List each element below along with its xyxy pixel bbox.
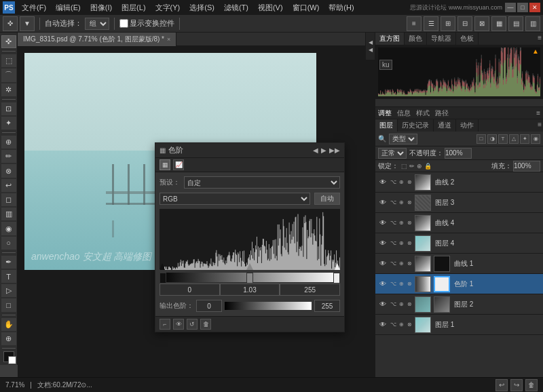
layer-link-layer3[interactable]: ⌥ — [390, 199, 396, 206]
pen-tool[interactable]: ✒ — [1, 256, 16, 269]
brush-tool[interactable]: ✏ — [1, 150, 16, 163]
prop-clip-button[interactable]: ⌐ — [160, 319, 170, 330]
minimize-button[interactable]: — — [505, 3, 516, 12]
maximize-button[interactable]: □ — [517, 3, 528, 12]
toolbar-icon-3[interactable]: ⊞ — [441, 16, 455, 31]
actions-tab[interactable]: 动作 — [456, 119, 479, 132]
input-black-value[interactable] — [160, 283, 220, 296]
document-tab[interactable]: IMG_8315.psd @ 7.71% (色阶 1, 图层蒙版/8) * × — [18, 33, 176, 46]
layer-mask-curve4[interactable]: ⊗ — [406, 220, 413, 227]
layer-row-layer3[interactable]: 👁 ⌥ ⊕ ⊗ 图层 3 — [375, 193, 543, 213]
layer-effect-layer4[interactable]: ⊕ — [398, 240, 405, 247]
status-trash[interactable]: 🗑 — [525, 379, 538, 391]
gradient-tool[interactable]: ▥ — [1, 208, 16, 220]
right-collapse-button[interactable]: ◀ ◀ — [365, 33, 375, 60]
layer-visibility-curve2[interactable]: 👁 — [378, 178, 388, 187]
auto-select-dropdown[interactable]: 组 — [85, 18, 109, 30]
text-tool[interactable]: T — [1, 270, 16, 283]
prop-delete-button[interactable]: 🗑 — [200, 319, 211, 330]
filter-shape[interactable]: △ — [509, 134, 519, 144]
filter-text[interactable]: T — [498, 134, 508, 144]
shape-tool[interactable]: □ — [1, 298, 16, 311]
layers-tab[interactable]: 图层 — [375, 119, 398, 132]
layer-thumb-layer3[interactable] — [415, 195, 431, 211]
menu-text[interactable]: 文字(Y) — [151, 1, 185, 14]
layer-mask-layer2[interactable]: ⊗ — [406, 301, 413, 308]
layer-effect-layer2[interactable]: ⊕ — [398, 301, 405, 308]
prop-eye-button[interactable]: 👁 — [173, 319, 184, 330]
histogram-tab-color[interactable]: 颜色 — [405, 33, 427, 45]
transform-check[interactable] — [119, 19, 128, 28]
channels-tab[interactable]: 通道 — [434, 119, 456, 132]
layer-effect-levels1[interactable]: ⊕ — [398, 281, 405, 288]
menu-file[interactable]: 文件(F) — [18, 1, 50, 14]
menu-view[interactable]: 视图(V) — [254, 1, 287, 14]
move-tool[interactable]: ✜ — [1, 35, 16, 48]
layer-visibility-layer3[interactable]: 👁 — [378, 198, 388, 208]
layer-row-curve4[interactable]: 👁 ⌥ ⊕ ⊗ 曲线 4 — [375, 213, 543, 233]
layer-link-layer4[interactable]: ⌥ — [390, 240, 396, 247]
foreground-color[interactable] — [3, 351, 14, 362]
layer-thumb-layer4[interactable] — [415, 235, 431, 252]
eraser-tool[interactable]: ◻ — [1, 193, 16, 206]
adj-tab-adjustments[interactable]: 调整 — [378, 109, 392, 118]
selection-tool[interactable]: ⬚ — [1, 54, 16, 67]
layer-link-layer2[interactable]: ⌥ — [390, 301, 396, 308]
opacity-input[interactable] — [445, 148, 472, 159]
filter-adj[interactable]: ◑ — [487, 134, 497, 144]
toolbar-icon-8[interactable]: ▥ — [525, 16, 540, 31]
zoom-tool[interactable]: ⊕ — [1, 332, 16, 345]
input-mid-handle[interactable] — [246, 273, 253, 283]
clone-tool[interactable]: ⊗ — [1, 164, 16, 177]
histogram-tab-navigator[interactable]: 导航器 — [427, 33, 456, 45]
layer-link-curve2[interactable]: ⌥ — [390, 179, 396, 186]
toolbar-icon-7[interactable]: ▤ — [508, 16, 523, 31]
layer-type-filter[interactable]: 类型 — [389, 134, 417, 144]
layer-thumb-layer2[interactable] — [415, 296, 431, 313]
layer-row-layer1[interactable]: 👁 ⌥ ⊕ ⊗ 图层 1 — [375, 315, 543, 335]
layer-mask-thumb-layer2[interactable] — [434, 296, 450, 313]
blur-tool[interactable]: ◉ — [1, 222, 16, 235]
filter-toggle[interactable]: ◉ — [531, 134, 540, 144]
layer-row-layer2[interactable]: 👁 ⌥ ⊕ ⊗ 图层 2 — [375, 294, 543, 315]
histogram-tab-histogram[interactable]: 直方图 — [375, 33, 405, 45]
output-gradient[interactable] — [225, 302, 312, 310]
auto-button[interactable]: 自动 — [314, 193, 340, 205]
layer-mask-curve2[interactable]: ⊗ — [406, 179, 413, 186]
layer-visibility-curve1[interactable]: 👁 — [378, 259, 388, 269]
layer-thumb-levels1[interactable] — [415, 276, 431, 292]
prop-reset-button[interactable]: ↺ — [187, 319, 198, 330]
layer-mask-thumb-levels1[interactable] — [434, 276, 450, 292]
status-icon-2[interactable]: ↪ — [510, 379, 523, 391]
layer-link-curve1[interactable]: ⌥ — [390, 260, 396, 267]
magic-wand-tool[interactable]: ✲ — [1, 83, 16, 96]
path-select[interactable]: ▷ — [1, 284, 16, 297]
layer-mask-curve1[interactable]: ⊗ — [406, 260, 413, 267]
fill-input[interactable] — [513, 161, 540, 172]
lock-position[interactable]: ✏ — [409, 163, 415, 170]
layer-link-levels1[interactable]: ⌥ — [390, 281, 396, 288]
lock-pixels[interactable]: ⬚ — [401, 163, 407, 170]
history-tab[interactable]: 历史记录 — [398, 119, 434, 132]
menu-window[interactable]: 窗口(W) — [288, 1, 324, 14]
lasso-tool[interactable]: ⌒ — [1, 68, 16, 81]
doc-close-button[interactable]: × — [167, 36, 170, 43]
prop-icon-curves[interactable]: 📈 — [173, 159, 184, 170]
move-tool-icon[interactable]: ✜ — [3, 16, 18, 31]
dodge-tool[interactable]: ○ — [1, 237, 16, 250]
toolbar-icon-4[interactable]: ⊟ — [457, 16, 472, 31]
input-black-handle[interactable] — [160, 273, 166, 283]
toolbar-icon-1[interactable]: ≡ — [407, 16, 422, 31]
layers-menu[interactable]: ≡ — [536, 119, 543, 132]
layer-row-curve2[interactable]: 👁 ⌥ ⊕ ⊗ 曲线 2 — [375, 172, 543, 193]
close-button[interactable]: ✕ — [529, 3, 540, 12]
lock-all[interactable]: 🔒 — [424, 163, 432, 170]
show-transform-checkbox[interactable]: 显示变换控件 — [119, 18, 174, 28]
input-white-handle[interactable] — [333, 273, 340, 283]
crop-tool[interactable]: ⊡ — [1, 102, 16, 115]
prop-icon-levels[interactable]: ▦ — [160, 159, 170, 170]
layer-thumb-curve4[interactable] — [415, 215, 431, 231]
eyedropper-tool[interactable]: ✦ — [1, 117, 16, 130]
layer-visibility-levels1[interactable]: 👁 — [378, 279, 388, 289]
menu-help[interactable]: 帮助(H) — [324, 1, 358, 14]
